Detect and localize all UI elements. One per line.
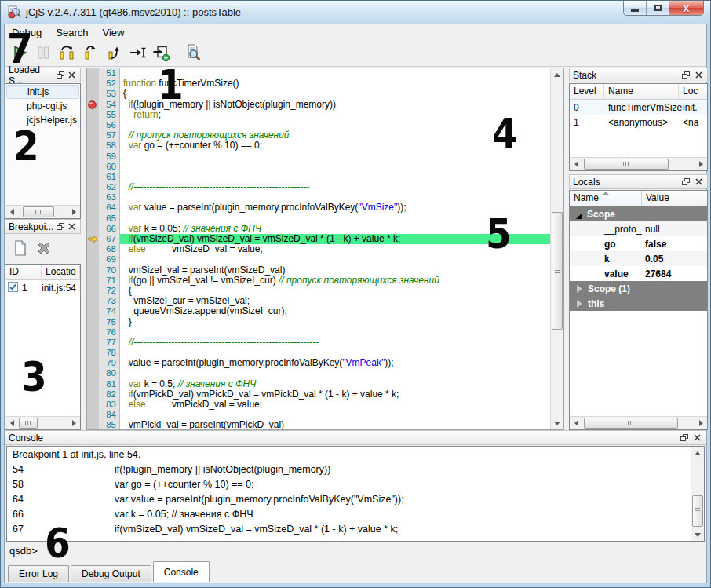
column-header-id[interactable]: ID	[5, 265, 42, 279]
code-line[interactable]: 75 }	[87, 317, 550, 327]
tab-error-log[interactable]: Error Log	[8, 565, 69, 582]
line-number[interactable]: 55	[99, 110, 120, 120]
locals-item-row[interactable]: __proto__null	[570, 221, 707, 236]
gutter-marker-cell[interactable]	[87, 379, 99, 389]
locals-item-row[interactable]: value27684	[570, 266, 707, 281]
line-number[interactable]: 82	[99, 389, 120, 400]
float-panel-button[interactable]	[55, 221, 65, 232]
line-number[interactable]: 65	[99, 214, 120, 224]
code-line[interactable]: 76	[87, 327, 550, 338]
code-line[interactable]: 67 if(vmSizeD_val) vmSizeD_val = vmSizeD…	[87, 234, 550, 244]
menu-view[interactable]: View	[96, 25, 132, 40]
gutter-marker-cell[interactable]	[87, 79, 99, 89]
gutter-marker-cell[interactable]	[87, 89, 99, 99]
splitter[interactable]	[81, 68, 86, 430]
line-number[interactable]: 81	[99, 379, 120, 389]
line-number[interactable]: 54	[99, 100, 120, 110]
menu-debug[interactable]: Debug	[5, 25, 49, 40]
gutter-marker-cell[interactable]	[87, 400, 99, 410]
line-number[interactable]: 70	[99, 265, 120, 276]
toolbar-step-over-button[interactable]	[55, 42, 78, 64]
line-number[interactable]: 64	[99, 203, 120, 213]
code-line[interactable]: 57 // пропуск повторяющихся значений	[87, 130, 550, 141]
code-line[interactable]: 81 var k = 0.5; // значения с ФНЧ	[87, 379, 550, 389]
line-number[interactable]: 68	[99, 244, 120, 254]
line-number[interactable]: 74	[99, 306, 120, 316]
gutter-marker-cell[interactable]	[87, 338, 99, 348]
gutter-marker-cell[interactable]	[87, 172, 99, 182]
loaded-scripts-hscrollbar[interactable]	[5, 205, 80, 218]
gutter-marker-cell[interactable]	[87, 389, 99, 400]
code-line[interactable]: 84	[87, 410, 550, 420]
toolbar-attach-script-button[interactable]	[149, 42, 173, 64]
gutter-marker-cell[interactable]	[87, 152, 99, 162]
code-line[interactable]: 72 {	[87, 286, 550, 296]
gutter-marker-cell[interactable]	[87, 100, 99, 110]
gutter-marker-cell[interactable]	[87, 120, 99, 130]
locals-group-Scope-1-[interactable]: Scope (1)	[570, 281, 707, 296]
column-header-location[interactable]: Locatio	[42, 265, 80, 279]
line-number[interactable]: 61	[99, 172, 120, 182]
code-line[interactable]: 65	[87, 214, 550, 224]
column-header-value[interactable]: Value	[642, 191, 707, 206]
toolbar-pause-button[interactable]	[31, 42, 55, 64]
editor-vscrollbar[interactable]	[550, 68, 563, 429]
gutter-marker-cell[interactable]	[87, 214, 99, 224]
breakpoints-hscrollbar[interactable]	[5, 416, 80, 429]
code-line[interactable]: 58 var go = (++counter % 10) == 0;	[87, 141, 550, 151]
line-number[interactable]: 52	[99, 79, 120, 89]
code-line[interactable]: 77 //-----------------------------------…	[87, 338, 550, 348]
gutter-marker-cell[interactable]	[87, 265, 99, 276]
code-line[interactable]: 73 vmSizeI_cur = vmSizeI_val;	[87, 296, 550, 306]
gutter-marker-cell[interactable]	[87, 368, 99, 378]
line-number[interactable]: 57	[99, 130, 120, 141]
column-header-level[interactable]: Level	[570, 84, 604, 99]
console-vscrollbar[interactable]	[691, 447, 704, 541]
float-panel-button[interactable]	[679, 433, 690, 444]
new-breakpoint-button[interactable]	[9, 238, 32, 260]
gutter-marker-cell[interactable]	[87, 110, 99, 120]
gutter-marker-cell[interactable]	[87, 203, 99, 213]
gutter-marker-cell[interactable]	[87, 306, 99, 316]
line-number[interactable]: 63	[99, 192, 120, 203]
code-line[interactable]: 55 return;	[87, 110, 550, 120]
console-output[interactable]: Breakpoint 1 at init.js, line 54.54if(!p…	[6, 446, 705, 542]
close-panel-button[interactable]	[693, 70, 704, 81]
line-number[interactable]: 84	[99, 410, 120, 420]
gutter-marker-cell[interactable]	[87, 286, 99, 296]
line-number[interactable]: 59	[99, 152, 120, 162]
column-header-location[interactable]: Loc	[679, 84, 707, 99]
gutter-marker-cell[interactable]	[87, 420, 99, 429]
code-line[interactable]: 70 vmSizeI_val = parseInt(vmSizeD_val)	[87, 265, 550, 276]
stack-frame-row[interactable]: 1<anonymous><na	[570, 115, 707, 130]
checked-checkbox-icon[interactable]	[8, 282, 18, 294]
line-number[interactable]: 79	[99, 358, 120, 368]
column-header-name[interactable]: Name	[570, 191, 642, 206]
script-item-jcjsHelper-js[interactable]: jcjsHelper.js	[6, 113, 79, 127]
code-line[interactable]: 78	[87, 348, 550, 358]
line-number[interactable]: 71	[99, 276, 120, 286]
stack-hscrollbar[interactable]	[570, 157, 707, 170]
toolbar-step-into-button[interactable]	[102, 42, 126, 64]
locals-header[interactable]: Name Value	[570, 191, 707, 206]
gutter-marker-cell[interactable]	[87, 296, 99, 306]
line-number[interactable]: 76	[99, 327, 120, 338]
console-prompt-input[interactable]: qsdb>	[9, 545, 38, 557]
line-number[interactable]: 83	[99, 400, 120, 410]
code-line[interactable]: 74 queueVmSize.append(vmSizeI_cur);	[87, 306, 550, 316]
script-item-php-cgi-js[interactable]: php-cgi.js	[6, 99, 79, 113]
line-number[interactable]: 77	[99, 338, 120, 348]
tab-console[interactable]: Console	[153, 561, 210, 582]
code-line[interactable]: 85 vmPickI_val = parseInt(vmPickD_val)	[87, 420, 550, 429]
toolbar-continue-button[interactable]	[8, 42, 31, 64]
locals-item-row[interactable]: k0.05	[570, 251, 707, 266]
code-line[interactable]: 71 if(go || vmSizeI_val != vmSizeI_cur) …	[87, 276, 550, 286]
code-line[interactable]: 80	[87, 368, 550, 378]
code-line[interactable]: 52function funcTimerVmSize()	[87, 79, 550, 89]
toolbar-find-in-scripts-button[interactable]	[181, 42, 205, 64]
close-panel-button[interactable]	[693, 177, 704, 188]
locals-item-row[interactable]: gofalse	[570, 236, 707, 251]
line-number[interactable]: 80	[99, 368, 120, 378]
stack-header[interactable]: Level Name Loc	[570, 84, 707, 100]
line-number[interactable]: 75	[99, 317, 120, 327]
